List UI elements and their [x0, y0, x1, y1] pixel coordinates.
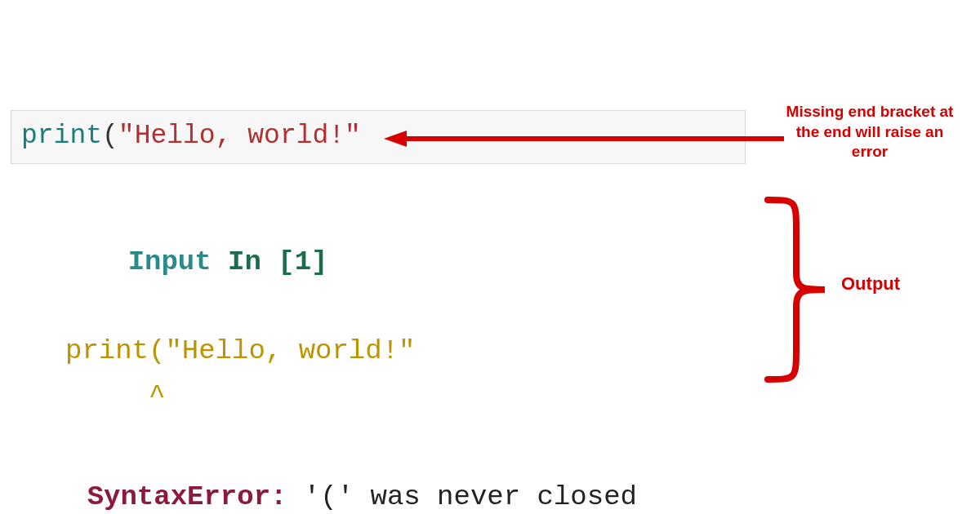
code-fn-name: print — [21, 121, 102, 151]
code-string-literal: "Hello, world!" — [118, 121, 361, 151]
output-in-label: In — [228, 246, 278, 277]
output-error-line: SyntaxError: '(' was never closed — [20, 431, 637, 514]
output-cell-number: [1] — [278, 246, 327, 277]
output-caret-line: ^ — [65, 374, 637, 418]
annotation-missing-bracket: Missing end bracket at the end will rais… — [784, 102, 956, 162]
output-block: Input In [1] print("Hello, world!" ^ Syn… — [20, 196, 637, 514]
output-input-header: Input In [1] — [61, 196, 637, 329]
output-error-message: '(' was never closed — [287, 481, 636, 512]
code-open-paren: ( — [102, 121, 118, 151]
output-echo-line: print("Hello, world!" — [65, 329, 637, 373]
svg-marker-1 — [384, 131, 407, 147]
arrow-annotation-icon — [384, 131, 784, 147]
output-error-name: SyntaxError: — [87, 481, 287, 512]
output-input-label: Input — [128, 246, 228, 277]
annotation-output-label: Output — [841, 273, 900, 295]
brace-icon — [760, 196, 833, 383]
